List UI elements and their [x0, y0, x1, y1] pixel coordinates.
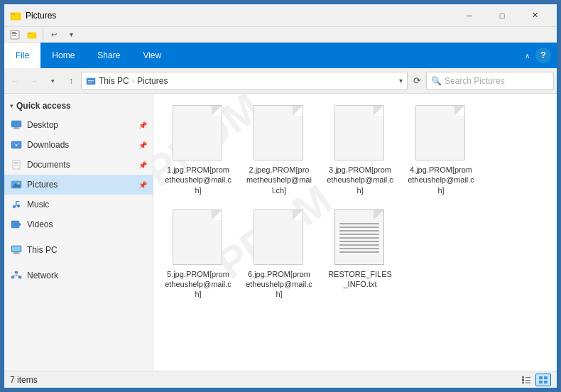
up-button[interactable]: ↑	[62, 71, 80, 91]
search-bar[interactable]: 🔍 Search Pictures	[426, 72, 554, 90]
qat-undo-button[interactable]: ↩	[46, 28, 62, 42]
music-icon	[10, 198, 23, 211]
sidebar-item-music[interactable]: Music	[4, 195, 153, 214]
sidebar-item-videos[interactable]: Videos	[4, 214, 153, 234]
file-name-2: 2.jpeg.PROM[prometheushelp@mail.ch]	[246, 165, 312, 195]
pictures-label: Pictures	[27, 180, 134, 190]
file-page-corner-5	[212, 210, 222, 220]
file-name-6: 6.jpg.PROM[prometheushelp@mail.ch]	[246, 269, 312, 300]
file-item-4[interactable]: 4.jpg.PROM[prometheushelp@mail.ch]	[402, 99, 480, 201]
file-item-2[interactable]: 2.jpeg.PROM[prometheushelp@mail.ch]	[240, 99, 318, 201]
svg-rect-14	[13, 129, 20, 129]
restore-lines-container	[339, 223, 379, 255]
svg-rect-10	[88, 80, 94, 81]
restore-line	[339, 234, 379, 235]
sidebar-item-downloads[interactable]: Downloads 📌	[4, 135, 153, 155]
details-view-button[interactable]	[518, 374, 534, 386]
forward-button[interactable]: →	[26, 71, 43, 91]
downloads-pin-icon: 📌	[138, 141, 147, 149]
file-page-corner-1	[212, 106, 222, 116]
quick-access-chevron: ▾	[10, 102, 13, 109]
breadcrumb-pictures[interactable]: Pictures	[137, 76, 168, 86]
address-dropdown-button[interactable]: ▾	[399, 77, 403, 85]
main-content: ▾ Quick access Desktop 📌	[4, 94, 557, 371]
svg-point-28	[17, 205, 20, 207]
svg-rect-21	[14, 165, 18, 165]
titlebar-icon	[10, 10, 21, 21]
ribbon-tab-share[interactable]: Share	[86, 43, 131, 68]
file-page-corner-6	[293, 210, 303, 220]
qat-dropdown-button[interactable]: ▾	[63, 28, 79, 42]
documents-label: Documents	[27, 160, 134, 170]
file-icon-4	[415, 105, 467, 162]
maximize-button[interactable]: □	[486, 4, 518, 27]
network-icon	[10, 269, 23, 282]
desktop-pin-icon: 📌	[138, 121, 147, 129]
svg-rect-54	[544, 381, 548, 383]
svg-rect-50	[525, 382, 530, 383]
recent-button[interactable]: ▾	[44, 71, 61, 91]
svg-rect-19	[14, 162, 18, 163]
file-page-1	[173, 105, 222, 160]
file-item-1[interactable]: 1.jpg.PROM[prometheushelp@mail.ch]	[159, 99, 237, 201]
svg-rect-9	[87, 78, 95, 85]
minimize-button[interactable]: ─	[453, 4, 486, 27]
ribbon-tab-file[interactable]: File	[4, 43, 40, 68]
file-name-7: RESTORE_FILES_INFO.txt	[327, 269, 393, 290]
svg-point-27	[13, 205, 16, 208]
file-page-4	[415, 105, 465, 160]
svg-rect-31	[11, 221, 19, 228]
downloads-icon	[10, 138, 23, 151]
downloads-label: Downloads	[27, 140, 134, 150]
svg-rect-48	[525, 380, 530, 381]
svg-rect-17	[15, 142, 18, 145]
refresh-button[interactable]: ⟳	[409, 73, 425, 89]
svg-rect-39	[18, 276, 21, 278]
help-button[interactable]: ?	[535, 48, 551, 63]
view-buttons	[518, 374, 551, 386]
documents-pin-icon: 📌	[138, 161, 147, 169]
file-item-3[interactable]: 3.jpg.PROM[prometheushelp@mail.ch]	[321, 99, 399, 201]
large-icons-view-button[interactable]	[535, 374, 551, 386]
restore-page	[334, 209, 384, 265]
file-icon-7	[334, 209, 386, 266]
qat-folder-button[interactable]	[24, 28, 40, 42]
svg-marker-32	[19, 223, 21, 226]
file-page-2	[254, 105, 303, 160]
sidebar-item-pictures[interactable]: Pictures 📌	[4, 175, 153, 195]
thispc-icon	[10, 244, 23, 256]
ribbon-collapse-button[interactable]: ∧	[522, 50, 533, 61]
file-item-5[interactable]: 5.jpg.PROM[prometheushelp@mail.ch]	[159, 204, 237, 305]
search-icon: 🔍	[431, 76, 442, 86]
file-page-corner-2	[293, 106, 303, 116]
svg-rect-20	[14, 163, 18, 164]
file-icon-5	[173, 209, 224, 266]
quick-access-header[interactable]: ▾ Quick access	[4, 97, 153, 115]
svg-rect-35	[13, 254, 20, 254]
restore-corner	[374, 210, 383, 220]
sidebar-item-thispc[interactable]: This PC	[4, 240, 153, 260]
svg-rect-46	[525, 377, 530, 378]
sidebar: ▾ Quick access Desktop 📌	[4, 94, 153, 371]
sidebar-gap2	[4, 260, 153, 266]
breadcrumb-sep1: ›	[132, 77, 134, 85]
close-button[interactable]: ✕	[518, 4, 551, 27]
file-grid: 1.jpg.PROM[prometheushelp@mail.ch] 2.jpe…	[159, 99, 551, 305]
sidebar-gap	[4, 234, 153, 240]
file-name-5: 5.jpg.PROM[prometheushelp@mail.ch]	[165, 269, 232, 300]
back-button[interactable]: ←	[7, 71, 24, 91]
ribbon-tab-home[interactable]: Home	[40, 43, 86, 68]
svg-marker-2	[11, 13, 15, 15]
restore-line	[339, 251, 379, 253]
file-item-6[interactable]: 6.jpg.PROM[prometheushelp@mail.ch]	[240, 204, 318, 305]
file-name-3: 3.jpg.PROM[prometheushelp@mail.ch]	[327, 165, 393, 195]
ribbon-tab-view[interactable]: View	[131, 43, 173, 68]
address-bar[interactable]: This PC › Pictures ▾	[81, 72, 408, 90]
sidebar-item-documents[interactable]: Documents 📌	[4, 155, 153, 175]
sidebar-item-network[interactable]: Network	[4, 266, 153, 285]
qat-properties-button[interactable]	[7, 28, 23, 42]
restore-line	[339, 248, 379, 249]
file-item-7[interactable]: RESTORE_FILES_INFO.txt	[321, 204, 399, 305]
sidebar-item-desktop[interactable]: Desktop 📌	[4, 115, 153, 135]
breadcrumb-thispc[interactable]: This PC	[99, 76, 129, 86]
